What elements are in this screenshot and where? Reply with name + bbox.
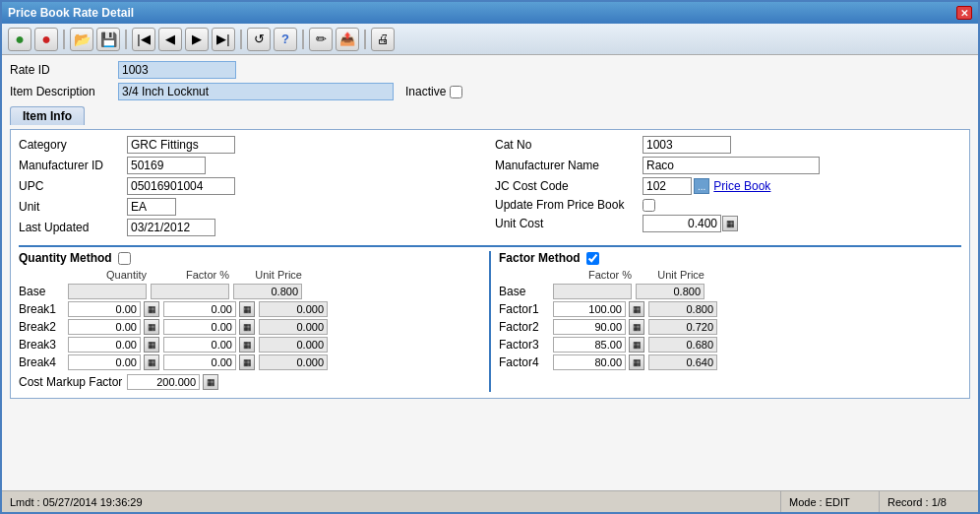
factor4-calc[interactable]: ▦ xyxy=(629,354,644,370)
factor-method-title: Factor Method xyxy=(499,251,581,265)
toolbar-separator-4 xyxy=(302,30,304,49)
rate-id-input[interactable] xyxy=(118,61,236,79)
qty-break2-fac-calc[interactable]: ▦ xyxy=(239,319,255,335)
qty-break1-fac-calc[interactable]: ▦ xyxy=(239,301,255,317)
factor1-row: Factor1 ▦ xyxy=(499,301,961,317)
next-button[interactable]: ▶ xyxy=(185,28,209,51)
qty-break2-row: Break2 ▦ ▦ xyxy=(19,319,481,335)
manufacturer-name-label: Manufacturer Name xyxy=(495,159,643,172)
factor3-unit-price xyxy=(648,337,717,353)
qty-break4-factor[interactable] xyxy=(163,354,236,370)
factor2-calc[interactable]: ▦ xyxy=(629,319,644,335)
update-from-pb-checkbox[interactable] xyxy=(643,199,655,212)
jc-cost-code-row: JC Cost Code ... Price Book xyxy=(495,177,961,195)
status-record: Record : 1/8 xyxy=(880,491,978,512)
qty-break2-factor[interactable] xyxy=(163,319,236,335)
factor3-factor[interactable] xyxy=(553,337,626,353)
open-button[interactable]: 📂 xyxy=(70,28,93,51)
factor-col-unit-price: Unit Price xyxy=(636,269,704,281)
jc-cost-ellipsis-button[interactable]: ... xyxy=(694,178,709,194)
print-button[interactable]: 🖨 xyxy=(371,28,395,51)
factor-base-unit-price xyxy=(636,284,704,299)
factor1-calc[interactable]: ▦ xyxy=(629,301,644,317)
first-button[interactable]: |◀ xyxy=(132,28,155,51)
toolbar-separator-1 xyxy=(63,30,65,49)
unit-label: Unit xyxy=(19,200,127,214)
item-info-panel: Category Manufacturer ID UPC xyxy=(10,129,970,399)
qty-break2-qty-calc[interactable]: ▦ xyxy=(144,319,159,335)
export-button[interactable]: 📤 xyxy=(336,28,359,51)
cat-no-input[interactable] xyxy=(643,136,731,154)
item-desc-label: Item Description xyxy=(10,85,118,98)
upc-row: UPC xyxy=(19,177,485,195)
status-lmdt: Lmdt : 05/27/2014 19:36:29 xyxy=(2,491,781,512)
last-updated-input[interactable] xyxy=(127,219,215,236)
window-title: Price Book Rate Detail xyxy=(8,6,134,20)
toolbar-separator-3 xyxy=(240,30,242,49)
qty-break1-factor[interactable] xyxy=(163,301,236,317)
rate-id-label: Rate ID xyxy=(10,63,118,77)
stop-button[interactable]: ● xyxy=(34,28,58,51)
qty-method-header: Quantity Method xyxy=(19,251,481,265)
qty-break1-qty-calc[interactable]: ▦ xyxy=(144,301,159,317)
qty-break3-qty-calc[interactable]: ▦ xyxy=(144,337,159,353)
factor4-factor[interactable] xyxy=(553,354,626,370)
jc-cost-code-label: JC Cost Code xyxy=(495,179,643,193)
help-button[interactable]: ? xyxy=(274,28,297,51)
upc-input[interactable] xyxy=(127,177,235,195)
manufacturer-name-row: Manufacturer Name xyxy=(495,157,961,174)
qty-break2-label: Break2 xyxy=(19,320,68,334)
factor-method-checkbox[interactable] xyxy=(586,252,599,265)
cost-markup-calc[interactable]: ▦ xyxy=(203,374,218,390)
factor3-calc[interactable]: ▦ xyxy=(629,337,644,353)
prev-button[interactable]: ◀ xyxy=(158,28,182,51)
qty-break1-quantity[interactable] xyxy=(68,301,141,317)
item-info-tab[interactable]: Item Info xyxy=(10,106,85,125)
qty-break1-row: Break1 ▦ ▦ xyxy=(19,301,481,317)
qty-break4-unit-price xyxy=(259,354,328,370)
last-button[interactable]: ▶| xyxy=(212,28,235,51)
qty-break3-quantity[interactable] xyxy=(68,337,141,353)
jc-cost-code-input[interactable] xyxy=(643,177,692,195)
qty-break3-fac-calc[interactable]: ▦ xyxy=(239,337,255,353)
unit-cost-input[interactable] xyxy=(643,215,721,232)
cost-markup-input[interactable] xyxy=(127,374,200,390)
qty-break2-quantity[interactable] xyxy=(68,319,141,335)
update-from-pb-row: Update From Price Book xyxy=(495,198,961,212)
factor2-label: Factor2 xyxy=(499,320,553,334)
qty-break3-label: Break3 xyxy=(19,338,68,352)
cat-no-row: Cat No xyxy=(495,136,961,154)
last-updated-row: Last Updated xyxy=(19,219,485,236)
price-book-link[interactable]: Price Book xyxy=(713,179,770,193)
content-area: Rate ID Item Description Inactive Item I… xyxy=(2,55,978,490)
inactive-checkbox[interactable] xyxy=(450,86,462,98)
category-row: Category xyxy=(19,136,485,154)
qty-break4-qty-calc[interactable]: ▦ xyxy=(144,354,159,370)
status-bar: Lmdt : 05/27/2014 19:36:29 Mode : EDIT R… xyxy=(2,490,978,512)
last-updated-label: Last Updated xyxy=(19,221,127,234)
qty-break4-fac-calc[interactable]: ▦ xyxy=(239,354,255,370)
close-button[interactable]: ✕ xyxy=(956,6,972,20)
manufacturer-id-input[interactable] xyxy=(127,157,206,174)
edit-button[interactable]: ✏ xyxy=(309,28,333,51)
manufacturer-name-input[interactable] xyxy=(643,157,820,174)
factor-method-header: Factor Method xyxy=(499,251,961,265)
unit-cost-calc-button[interactable]: ▦ xyxy=(722,216,738,231)
qty-break3-factor[interactable] xyxy=(163,337,236,353)
fields-grid: Category Manufacturer ID UPC xyxy=(19,136,961,239)
go-button[interactable]: ● xyxy=(8,28,31,51)
toolbar-separator-2 xyxy=(125,30,127,49)
qty-break4-quantity[interactable] xyxy=(68,354,141,370)
factor2-factor[interactable] xyxy=(553,319,626,335)
left-column: Category Manufacturer ID UPC xyxy=(19,136,485,239)
category-input[interactable] xyxy=(127,136,235,154)
factor4-label: Factor4 xyxy=(499,355,553,369)
unit-input[interactable] xyxy=(127,198,176,216)
refresh-button[interactable]: ↺ xyxy=(247,28,271,51)
item-desc-input[interactable] xyxy=(118,83,394,100)
qty-break4-label: Break4 xyxy=(19,355,68,369)
qty-method-checkbox[interactable] xyxy=(118,252,131,265)
save-button[interactable]: 💾 xyxy=(96,28,120,51)
factor1-factor[interactable] xyxy=(553,301,626,317)
qty-break2-unit-price xyxy=(259,319,328,335)
